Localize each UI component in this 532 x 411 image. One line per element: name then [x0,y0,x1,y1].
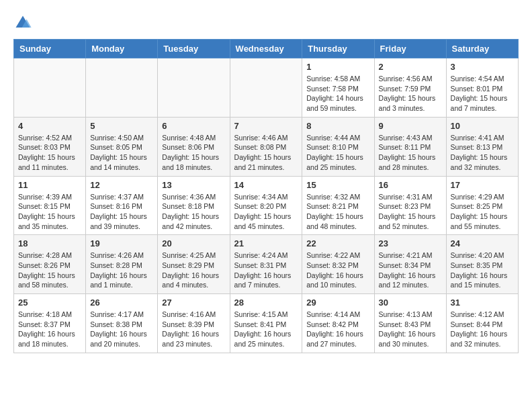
day-info: Sunrise: 4:37 AM Sunset: 8:16 PM Dayligh… [90,192,153,232]
day-info: Sunrise: 4:17 AM Sunset: 8:38 PM Dayligh… [90,310,153,349]
day-cell: 12Sunrise: 4:37 AM Sunset: 8:16 PM Dayli… [86,176,158,235]
day-cell: 14Sunrise: 4:34 AM Sunset: 8:20 PM Dayli… [230,176,302,235]
day-cell: 20Sunrise: 4:25 AM Sunset: 8:29 PM Dayli… [158,235,230,294]
day-number: 1 [306,62,369,72]
day-cell: 16Sunrise: 4:31 AM Sunset: 8:23 PM Dayli… [374,176,446,235]
day-info: Sunrise: 4:21 AM Sunset: 8:34 PM Dayligh… [379,250,442,290]
header-cell-tuesday: Tuesday [158,40,230,58]
day-info: Sunrise: 4:15 AM Sunset: 8:41 PM Dayligh… [234,310,298,349]
header-cell-wednesday: Wednesday [230,40,302,58]
week-row-1: 1Sunrise: 4:58 AM Sunset: 7:58 PM Daylig… [14,58,519,118]
day-number: 19 [90,238,153,248]
day-number: 7 [234,121,298,131]
day-number: 21 [234,238,298,248]
day-cell: 13Sunrise: 4:36 AM Sunset: 8:18 PM Dayli… [158,176,230,235]
day-cell [230,58,302,118]
day-info: Sunrise: 4:50 AM Sunset: 8:05 PM Dayligh… [90,133,153,173]
calendar-table: SundayMondayTuesdayWednesdayThursdayFrid… [13,39,519,353]
day-info: Sunrise: 4:41 AM Sunset: 8:13 PM Dayligh… [451,133,514,173]
day-number: 2 [379,62,442,72]
day-cell: 3Sunrise: 4:54 AM Sunset: 8:01 PM Daylig… [446,58,518,118]
day-cell: 29Sunrise: 4:14 AM Sunset: 8:42 PM Dayli… [302,294,374,353]
week-row-2: 4Sunrise: 4:52 AM Sunset: 8:03 PM Daylig… [14,117,519,176]
day-number: 13 [162,180,225,190]
day-info: Sunrise: 4:44 AM Sunset: 8:10 PM Dayligh… [306,133,369,173]
day-number: 15 [306,180,369,190]
day-info: Sunrise: 4:32 AM Sunset: 8:21 PM Dayligh… [306,192,369,232]
day-info: Sunrise: 4:34 AM Sunset: 8:20 PM Dayligh… [234,192,298,232]
day-cell: 31Sunrise: 4:12 AM Sunset: 8:44 PM Dayli… [446,294,518,353]
logo-icon [13,13,32,32]
day-cell: 18Sunrise: 4:28 AM Sunset: 8:26 PM Dayli… [14,235,86,294]
day-number: 3 [451,62,514,72]
day-cell: 6Sunrise: 4:48 AM Sunset: 8:06 PM Daylig… [158,117,230,176]
day-info: Sunrise: 4:54 AM Sunset: 8:01 PM Dayligh… [451,74,514,113]
day-cell: 8Sunrise: 4:44 AM Sunset: 8:10 PM Daylig… [302,117,374,176]
calendar-header: SundayMondayTuesdayWednesdayThursdayFrid… [14,40,519,58]
day-number: 8 [306,121,369,131]
day-cell: 15Sunrise: 4:32 AM Sunset: 8:21 PM Dayli… [302,176,374,235]
day-info: Sunrise: 4:56 AM Sunset: 7:59 PM Dayligh… [379,74,442,113]
day-cell: 10Sunrise: 4:41 AM Sunset: 8:13 PM Dayli… [446,117,518,176]
day-number: 14 [234,180,298,190]
day-number: 17 [451,180,514,190]
day-number: 29 [306,298,369,308]
day-info: Sunrise: 4:25 AM Sunset: 8:29 PM Dayligh… [162,250,225,290]
day-cell: 1Sunrise: 4:58 AM Sunset: 7:58 PM Daylig… [302,58,374,118]
day-cell: 5Sunrise: 4:50 AM Sunset: 8:05 PM Daylig… [86,117,158,176]
day-number: 22 [306,238,369,248]
day-info: Sunrise: 4:46 AM Sunset: 8:08 PM Dayligh… [234,133,298,173]
day-number: 20 [162,238,225,248]
day-info: Sunrise: 4:13 AM Sunset: 8:43 PM Dayligh… [379,310,442,349]
week-row-3: 11Sunrise: 4:39 AM Sunset: 8:15 PM Dayli… [14,176,519,235]
day-info: Sunrise: 4:39 AM Sunset: 8:15 PM Dayligh… [18,192,81,232]
day-info: Sunrise: 4:28 AM Sunset: 8:26 PM Dayligh… [18,250,81,290]
day-cell: 4Sunrise: 4:52 AM Sunset: 8:03 PM Daylig… [14,117,86,176]
day-number: 18 [18,238,81,248]
day-info: Sunrise: 4:43 AM Sunset: 8:11 PM Dayligh… [379,133,442,173]
day-info: Sunrise: 4:48 AM Sunset: 8:06 PM Dayligh… [162,133,225,173]
day-cell: 26Sunrise: 4:17 AM Sunset: 8:38 PM Dayli… [86,294,158,353]
week-row-5: 25Sunrise: 4:18 AM Sunset: 8:37 PM Dayli… [14,294,519,353]
header-cell-thursday: Thursday [302,40,374,58]
day-info: Sunrise: 4:20 AM Sunset: 8:35 PM Dayligh… [451,250,514,290]
day-number: 6 [162,121,225,131]
day-number: 23 [379,238,442,248]
day-info: Sunrise: 4:26 AM Sunset: 8:28 PM Dayligh… [90,250,153,290]
day-info: Sunrise: 4:58 AM Sunset: 7:58 PM Dayligh… [306,74,369,113]
day-cell: 7Sunrise: 4:46 AM Sunset: 8:08 PM Daylig… [230,117,302,176]
day-number: 24 [451,238,514,248]
day-cell: 28Sunrise: 4:15 AM Sunset: 8:41 PM Dayli… [230,294,302,353]
calendar-body: 1Sunrise: 4:58 AM Sunset: 7:58 PM Daylig… [14,58,519,353]
header-cell-saturday: Saturday [446,40,518,58]
header-cell-sunday: Sunday [14,40,86,58]
day-cell: 22Sunrise: 4:22 AM Sunset: 8:32 PM Dayli… [302,235,374,294]
day-number: 5 [90,121,153,131]
day-cell: 2Sunrise: 4:56 AM Sunset: 7:59 PM Daylig… [374,58,446,118]
day-info: Sunrise: 4:31 AM Sunset: 8:23 PM Dayligh… [379,192,442,232]
header-row: SundayMondayTuesdayWednesdayThursdayFrid… [14,40,519,58]
day-number: 4 [18,121,81,131]
day-number: 28 [234,298,298,308]
day-cell: 27Sunrise: 4:16 AM Sunset: 8:39 PM Dayli… [158,294,230,353]
day-cell [158,58,230,118]
day-number: 25 [18,298,81,308]
day-number: 27 [162,298,225,308]
day-cell: 30Sunrise: 4:13 AM Sunset: 8:43 PM Dayli… [374,294,446,353]
day-number: 30 [379,298,442,308]
day-number: 11 [18,180,81,190]
day-cell: 17Sunrise: 4:29 AM Sunset: 8:25 PM Dayli… [446,176,518,235]
day-info: Sunrise: 4:36 AM Sunset: 8:18 PM Dayligh… [162,192,225,232]
day-cell [14,58,86,118]
day-cell: 25Sunrise: 4:18 AM Sunset: 8:37 PM Dayli… [14,294,86,353]
header-cell-monday: Monday [86,40,158,58]
day-cell: 23Sunrise: 4:21 AM Sunset: 8:34 PM Dayli… [374,235,446,294]
day-cell [86,58,158,118]
day-info: Sunrise: 4:22 AM Sunset: 8:32 PM Dayligh… [306,250,369,290]
day-cell: 24Sunrise: 4:20 AM Sunset: 8:35 PM Dayli… [446,235,518,294]
day-info: Sunrise: 4:29 AM Sunset: 8:25 PM Dayligh… [451,192,514,232]
day-number: 31 [451,298,514,308]
day-cell: 19Sunrise: 4:26 AM Sunset: 8:28 PM Dayli… [86,235,158,294]
day-cell: 9Sunrise: 4:43 AM Sunset: 8:11 PM Daylig… [374,117,446,176]
day-number: 10 [451,121,514,131]
